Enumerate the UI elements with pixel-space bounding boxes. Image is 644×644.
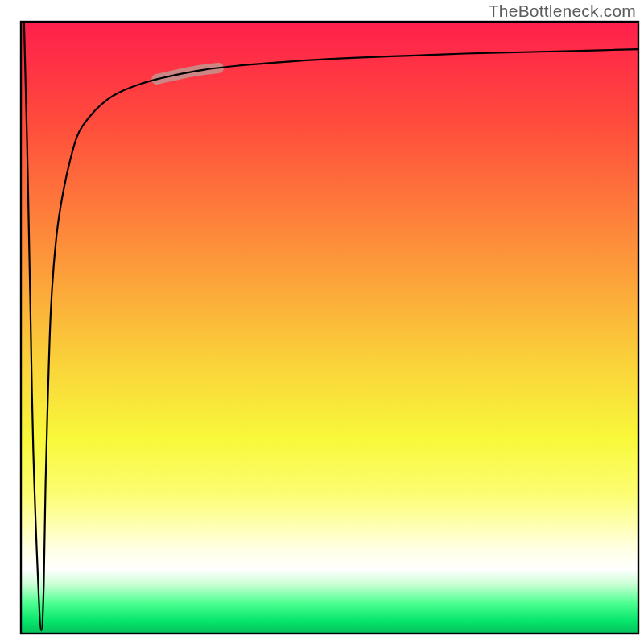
attribution-text: TheBottleneck.com: [489, 2, 636, 21]
bottleneck-chart: [0, 0, 644, 644]
plot-background: [21, 22, 638, 634]
